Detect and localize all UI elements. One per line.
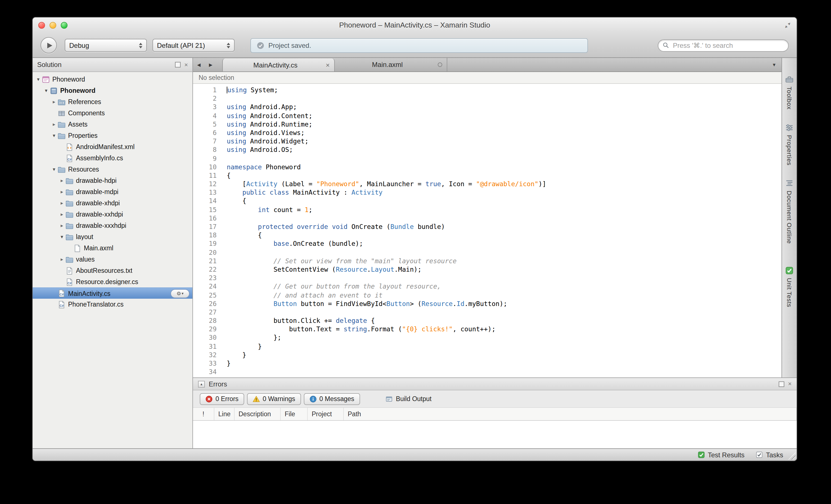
tree-item-main-axml[interactable]: Main.axml: [33, 242, 193, 254]
play-icon: [47, 42, 52, 48]
tree-item-mainactivity-cs[interactable]: C#MainActivity.cs⚙▾: [33, 288, 193, 299]
tree-item-drawable-xhdpi[interactable]: drawable-xhdpi: [33, 198, 193, 209]
expander-collapsed-icon[interactable]: [58, 198, 65, 209]
main-area: Solution × PhonewordPhonewordReferencesC…: [33, 58, 797, 448]
expander-collapsed-icon[interactable]: [58, 175, 65, 186]
expander-collapsed-icon[interactable]: [58, 220, 65, 231]
resize-grip[interactable]: [788, 452, 796, 459]
tree-item-properties[interactable]: Properties: [33, 130, 193, 141]
expander-expanded-icon[interactable]: [43, 85, 50, 96]
expander-collapsed-icon[interactable]: [51, 119, 57, 130]
cs-file-icon: C#: [57, 289, 66, 298]
tree-item-assemblyinfo-cs[interactable]: C#AssemblyInfo.cs: [33, 152, 193, 164]
collapse-panel-icon[interactable]: [198, 381, 205, 387]
expander-expanded-icon[interactable]: [51, 164, 57, 175]
tree-item-drawable-xxxhdpi[interactable]: drawable-xxxhdpi: [33, 220, 193, 231]
indent: [33, 79, 35, 80]
tree-item-androidmanifest-xml[interactable]: AndroidManifest.xml: [33, 141, 193, 152]
fullscreen-icon[interactable]: [784, 21, 792, 29]
unit-tests-icon: [785, 266, 794, 275]
expander-expanded-icon[interactable]: [58, 231, 65, 242]
tree-item-drawable-hdpi[interactable]: drawable-hdpi: [33, 175, 193, 186]
item-options-button[interactable]: ⚙▾: [170, 289, 190, 298]
dock-tab-toolbox[interactable]: Toolbox: [785, 75, 794, 110]
close-pad-icon[interactable]: ×: [184, 62, 188, 68]
window-controls: [38, 22, 67, 29]
tree-item-resources[interactable]: Resources: [33, 164, 193, 175]
minimize-window-button[interactable]: [50, 22, 56, 29]
expander-collapsed-icon[interactable]: [58, 209, 65, 220]
expander-collapsed-icon[interactable]: [58, 186, 65, 198]
0-messages-button[interactable]: 0 Messages: [304, 393, 360, 405]
statusbar-test-results[interactable]: Test Results: [698, 451, 745, 459]
tree-item-values[interactable]: values: [33, 254, 193, 265]
tab-main-axml[interactable]: Main.axml: [335, 58, 447, 71]
statusbar-tasks[interactable]: Tasks: [756, 451, 783, 459]
status-message-area: Project saved.: [250, 38, 588, 53]
code-lines: using System; using Android.App;using An…: [222, 84, 781, 378]
title-bar[interactable]: Phoneword – MainActivity.cs – Xamarin St…: [33, 18, 797, 33]
tree-item-drawable-xxhdpi[interactable]: drawable-xxhdpi: [33, 209, 193, 220]
tree-item-layout[interactable]: layout: [33, 231, 193, 242]
dock-panel-icon[interactable]: [778, 381, 784, 387]
expander-expanded-icon[interactable]: [51, 130, 57, 141]
tree-item-assets[interactable]: Assets: [33, 119, 193, 130]
folder-icon: [65, 199, 74, 207]
configuration-dropdown[interactable]: Debug: [65, 39, 147, 52]
tree-item-components[interactable]: Components: [33, 108, 193, 119]
build-output-icon: [385, 395, 393, 403]
column-header-line[interactable]: Line: [214, 408, 235, 420]
expander-expanded-icon[interactable]: [35, 74, 41, 85]
tab-close-icon[interactable]: ×: [323, 62, 330, 68]
tree-item-phoneword[interactable]: Phoneword: [33, 74, 193, 85]
statusbar-item-label: Tasks: [766, 451, 783, 459]
tree-item-phoneword[interactable]: Phoneword: [33, 85, 193, 96]
expander-collapsed-icon[interactable]: [51, 96, 57, 108]
close-panel-icon[interactable]: ×: [788, 381, 792, 387]
expander-collapsed-icon[interactable]: [58, 254, 65, 265]
right-dock: ToolboxPropertiesDocument OutlineUnit Te…: [781, 58, 797, 378]
chevron-up-down-icon: [223, 42, 230, 48]
svg-text:C#: C#: [60, 293, 64, 296]
tree-item-resource-designer-cs[interactable]: C#Resource.designer.cs: [33, 276, 193, 288]
dock-tab-properties[interactable]: Properties: [785, 123, 794, 165]
close-window-button[interactable]: [38, 22, 45, 29]
device-dropdown[interactable]: Default (API 21): [152, 39, 235, 52]
tree-item-drawable-mdpi[interactable]: drawable-mdpi: [33, 186, 193, 198]
tree-item-aboutresources-txt[interactable]: AboutResources.txt: [33, 265, 193, 276]
run-button[interactable]: [40, 37, 57, 54]
configuration-value: Debug: [69, 41, 89, 49]
dock-tab-document-outline[interactable]: Document Outline: [785, 179, 794, 244]
indent: [33, 135, 51, 136]
0-errors-button[interactable]: 0 Errors: [200, 393, 244, 405]
column-header-project[interactable]: Project: [308, 408, 344, 420]
column-header-file[interactable]: File: [281, 408, 308, 420]
column-header-exclamation[interactable]: !: [193, 408, 214, 420]
column-header-description[interactable]: Description: [235, 408, 281, 420]
button-label: 0 Warnings: [263, 395, 295, 402]
indent: [33, 225, 58, 226]
tab-indicator-icon[interactable]: [438, 62, 442, 67]
tree-item-phonetranslator-cs[interactable]: C#PhoneTranslator.cs: [33, 299, 193, 310]
errors-rows: [193, 421, 797, 448]
breadcrumb-text: No selection: [199, 74, 234, 81]
0-warnings-button[interactable]: 0 Warnings: [247, 393, 301, 405]
warning-icon: [253, 395, 260, 403]
tab-overflow-button[interactable]: [767, 58, 781, 71]
dock-tab-unit-tests[interactable]: Unit Tests: [785, 266, 794, 307]
search-input[interactable]: [672, 41, 786, 50]
txt-file-icon: [65, 266, 74, 275]
tree-item-references[interactable]: References: [33, 96, 193, 108]
build-output-button[interactable]: Build Output: [385, 395, 432, 403]
zoom-window-button[interactable]: [61, 22, 67, 29]
indent: [33, 158, 58, 158]
navigate-forward-button[interactable]: [205, 58, 217, 71]
navigate-back-button[interactable]: [193, 58, 205, 71]
column-header-path[interactable]: Path: [344, 408, 797, 420]
code-editor[interactable]: 1234567891011121314151617181920212223242…: [193, 84, 781, 378]
svg-text:C#: C#: [60, 304, 64, 307]
dock-pad-icon[interactable]: [175, 62, 180, 67]
folder-icon: [57, 165, 66, 174]
breadcrumb: No selection: [193, 72, 781, 84]
tab-mainactivity-cs[interactable]: MainActivity.cs×: [222, 59, 335, 71]
